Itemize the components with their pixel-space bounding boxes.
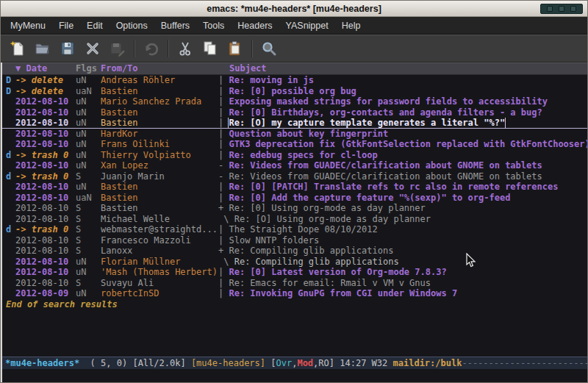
mark-flag: d [6, 150, 15, 161]
menu-item-yasnippet[interactable]: YASnippet [279, 18, 335, 33]
toolbar-separator [168, 40, 169, 57]
mode-line[interactable]: *mu4e-headers* ( 5, 0) [All/2.0k] [mu4e-… [2, 357, 587, 369]
message-row[interactable]: 2012-08-10uNFlorian Müllner \ Re: Compil… [2, 257, 587, 268]
column-header-from[interactable]: From/To [101, 63, 218, 74]
message-row[interactable]: 2012-08-10uNBastien| Re: [O] my capture … [2, 118, 587, 129]
menu-item-mymenu[interactable]: MyMenu [4, 18, 52, 33]
close-button[interactable] [570, 6, 576, 12]
save-icon [59, 40, 76, 57]
date-text: 2012-08-10 [15, 160, 68, 171]
flags-cell: S [76, 203, 101, 214]
message-row[interactable]: 2012-08-09uNrobertcInSD| Re: Invoking Gn… [2, 288, 587, 299]
new-file-button[interactable] [6, 37, 29, 60]
message-row[interactable]: 2012-08-10uNMario Sanchez Prada| Exposin… [2, 96, 587, 107]
date-cell: 2012-08-10 [2, 160, 76, 171]
date-cell: d-> trash 0 [2, 150, 76, 161]
subject-text: Re: [O] Using org-mode as day planner [234, 214, 431, 225]
subject-cell: | Re: [0] possible org bug [218, 86, 587, 97]
date-text: 2012-08-10 [15, 246, 68, 257]
date-text: 2012-08-10 [15, 278, 68, 289]
column-header-subject[interactable]: Subject [218, 63, 587, 74]
from-cell: Bastien [101, 193, 218, 204]
from-cell: Bastien [101, 107, 218, 118]
message-row[interactable]: 2012-08-10uNBastien| Re: [0] [PATCH] Tra… [2, 182, 587, 193]
menu-item-help[interactable]: Help [335, 18, 368, 33]
column-header-date[interactable]: ▼ Date [2, 63, 76, 74]
from-cell: Juanjo Marin [101, 171, 218, 182]
message-row[interactable]: 2012-08-10uN'Mash (Thomas Herbert)| Re: … [2, 267, 587, 278]
echo-area[interactable] [2, 369, 587, 382]
message-row[interactable]: D-> deleteuaNBastien| Re: [0] possible o… [2, 86, 587, 97]
thread-indicator: | [218, 118, 229, 129]
flags-cell: S [76, 278, 101, 289]
message-row[interactable]: 2012-08-10SLanoxx+ Re: Compiling glib ap… [2, 246, 587, 257]
flags-cell: uN [76, 139, 101, 150]
mark-flag: D [6, 86, 15, 97]
message-row[interactable]: 2012-08-10SSuvayu Ali| Re: Emacs for ema… [2, 278, 587, 289]
close-buffer-button[interactable] [81, 37, 104, 60]
from-cell: Mario Sanchez Prada [101, 96, 218, 107]
message-row[interactable]: 2012-08-10uNXan Lopez- Re: Videos from G… [2, 160, 587, 171]
modeline-segment-plain: W32 [372, 358, 393, 368]
toolbar-separator [134, 40, 135, 57]
save-as-button[interactable] [106, 37, 129, 60]
flags-cell: uN [76, 75, 101, 86]
message-row[interactable]: d-> trash 0uNThierry Volpiatto| Re: edeb… [2, 150, 587, 161]
window-title: emacs: *mu4e-headers* [mu4e-headers] [207, 4, 381, 14]
thread-indicator: | [218, 129, 229, 140]
from-cell: Xan Lopez [101, 160, 218, 171]
message-row[interactable]: 2012-08-10uaNBastien| Re: [0] Add the ca… [2, 193, 587, 204]
message-row[interactable]: 2012-08-10uNHardKor| Question about key … [2, 129, 587, 140]
mark-flag [6, 139, 15, 150]
from-cell: Frans Oilinki [101, 139, 218, 150]
message-row[interactable]: 2012-08-10SBastien+ Re: [0] Using org-mo… [2, 203, 587, 214]
from-cell: Bastien [101, 182, 218, 193]
copy-button[interactable] [198, 37, 222, 60]
cut-button[interactable] [173, 37, 197, 60]
subject-text: Slow NNTP folders [229, 235, 319, 246]
maximize-button[interactable] [559, 6, 564, 12]
flags-cell: uN [76, 107, 101, 118]
from-cell: Bastien [101, 118, 218, 129]
mark-flag: d [6, 171, 15, 182]
mark-flag [6, 214, 15, 225]
mark-flag [6, 118, 15, 129]
date-cell: D-> delete [2, 86, 76, 97]
paste-button[interactable] [223, 37, 247, 60]
message-row[interactable]: 2012-08-10SFrancesco Mazzoli| Slow NNTP … [2, 235, 587, 246]
modeline-segment-plain: 14:27 [340, 358, 371, 368]
mark-flag [6, 246, 15, 257]
message-row[interactable]: 2012-08-10SMichael Welle \ Re: [O] Using… [2, 214, 587, 225]
title-bar[interactable]: emacs: *mu4e-headers* [mu4e-headers] [1, 1, 587, 17]
frame-body: ▼ Date Flgs From/To Subject D-> deleteuN… [1, 62, 587, 382]
date-cell: 2012-08-10 [2, 139, 76, 150]
toolbar-separator [251, 40, 253, 57]
message-row[interactable]: D-> deleteuNAndreas Röhler| Re: moving i… [2, 75, 587, 86]
menu-item-options[interactable]: Options [110, 18, 154, 33]
subject-text: Re: [0] Using org-mode as day planner [229, 203, 425, 214]
date-cell: 2012-08-10 [2, 129, 76, 140]
message-row[interactable]: 2012-08-10uNBastien| Re: [0] Birthdays, … [2, 107, 587, 118]
message-row[interactable]: 2012-08-10uNFrans Oilinki| GTK3 deprecat… [2, 139, 587, 150]
undo-button[interactable] [140, 37, 163, 60]
menu-item-edit[interactable]: Edit [80, 18, 110, 33]
from-cell: Bastien [101, 203, 218, 214]
mark-flag [6, 107, 15, 118]
menu-item-headers[interactable]: Headers [231, 18, 279, 33]
column-header-flags[interactable]: Flgs [76, 63, 101, 74]
menu-item-tools[interactable]: Tools [196, 18, 231, 33]
flags-cell: S [76, 214, 101, 225]
shade-button[interactable] [547, 6, 553, 12]
message-row[interactable]: d-> trash 0SJuanjo Marin- Re: Videos fro… [2, 171, 587, 182]
menu-item-buffers[interactable]: Buffers [154, 18, 196, 33]
menu-item-file[interactable]: File [52, 18, 80, 33]
save-button[interactable] [56, 37, 79, 60]
search-button[interactable] [257, 37, 281, 60]
modeline-segment-buffer: *mu4e-headers* [5, 358, 85, 368]
date-text: 2012-08-10 [15, 96, 68, 107]
message-row[interactable]: d-> trash 0Swebmaster@straightd...| The … [2, 224, 587, 235]
from-cell: robertcInSD [101, 288, 218, 299]
from-cell: Andreas Röhler [101, 75, 218, 86]
date-cell: 2012-08-10 [2, 193, 76, 204]
open-folder-button[interactable] [31, 37, 54, 60]
